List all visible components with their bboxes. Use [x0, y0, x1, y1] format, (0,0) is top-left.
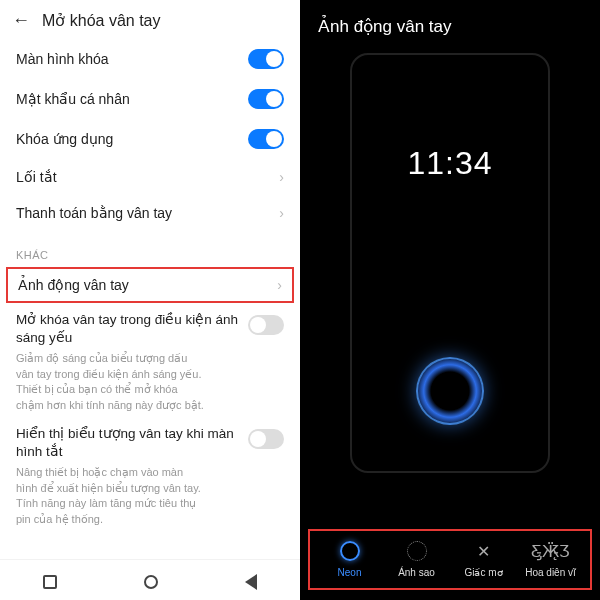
row-app-lock[interactable]: Khóa ứng dụng [0, 119, 300, 159]
effect-label: Giấc mơ [464, 567, 502, 578]
row-fingerprint-animation[interactable]: Ảnh động vân tay › [6, 267, 294, 303]
chevron-right-icon: › [277, 277, 282, 293]
effect-label: Neon [338, 567, 362, 578]
row-shortcut[interactable]: Lối tắt › [0, 159, 300, 195]
effect-label: Ánh sao [398, 567, 435, 578]
chevron-right-icon: › [279, 169, 284, 185]
row-label: Thanh toán bằng vân tay [16, 205, 172, 221]
nav-home-icon[interactable] [144, 575, 158, 589]
block-title: Mở khóa vân tay trong điều kiện ánh sáng… [16, 311, 248, 347]
effect-neon[interactable]: Neon [316, 539, 383, 578]
row-label: Lối tắt [16, 169, 57, 185]
row-personal-password[interactable]: Mật khẩu cá nhân [0, 79, 300, 119]
animation-panel: Ảnh động vân tay 11:34 Neon Ánh sao ✕ Gi… [300, 0, 600, 600]
row-label: Ảnh động vân tay [18, 277, 129, 293]
block-show-icon: Hiển thị biểu tượng vân tay khi màn hình… [0, 417, 300, 531]
toggle-personal-password[interactable] [248, 89, 284, 109]
neon-icon [338, 539, 362, 563]
page-title: Ảnh động vân tay [318, 16, 582, 37]
toggle-show-icon[interactable] [248, 429, 284, 449]
nav-recents-icon[interactable] [43, 575, 57, 589]
back-icon[interactable]: ← [12, 10, 30, 31]
row-label: Màn hình khóa [16, 51, 109, 67]
header: Ảnh động vân tay [300, 0, 600, 43]
fingerprint-ring-icon [416, 357, 484, 425]
toggle-lock-screen[interactable] [248, 49, 284, 69]
dream-icon: ✕ [472, 539, 496, 563]
row-label: Mật khẩu cá nhân [16, 91, 130, 107]
page-title: Mở khóa vân tay [42, 11, 161, 30]
block-desc: Giảm độ sáng của biểu tượng dấu vân tay … [16, 351, 248, 413]
effect-bar: Neon Ánh sao ✕ Giấc mơ Ƹ̵̡Ӝ̵̨̄Ʒ Hoa diên… [308, 529, 592, 590]
phone-preview: 11:34 [300, 43, 600, 521]
butterfly-icon: Ƹ̵̡Ӝ̵̨̄Ʒ [539, 539, 563, 563]
android-navbar [0, 559, 300, 600]
effect-iris[interactable]: Ƹ̵̡Ӝ̵̨̄Ʒ Hoa diên vĩ [517, 539, 584, 578]
row-label: Khóa ứng dụng [16, 131, 113, 147]
clock-text: 11:34 [407, 145, 492, 182]
nav-back-icon[interactable] [245, 574, 257, 590]
section-label-other: KHÁC [0, 231, 300, 267]
block-low-light: Mở khóa vân tay trong điều kiện ánh sáng… [0, 303, 300, 417]
effect-label: Hoa diên vĩ [525, 567, 576, 578]
toggle-low-light[interactable] [248, 315, 284, 335]
effect-starlight[interactable]: Ánh sao [383, 539, 450, 578]
row-fingerprint-payment[interactable]: Thanh toán bằng vân tay › [0, 195, 300, 231]
settings-panel: ← Mở khóa vân tay Màn hình khóa Mật khẩu… [0, 0, 300, 600]
row-lock-screen[interactable]: Màn hình khóa [0, 39, 300, 79]
toggle-app-lock[interactable] [248, 129, 284, 149]
block-desc: Nâng thiết bị hoặc chạm vào màn hình để … [16, 465, 248, 527]
phone-frame: 11:34 [350, 53, 550, 473]
starlight-icon [405, 539, 429, 563]
header: ← Mở khóa vân tay [0, 0, 300, 39]
block-title: Hiển thị biểu tượng vân tay khi màn hình… [16, 425, 248, 461]
chevron-right-icon: › [279, 205, 284, 221]
effect-dream[interactable]: ✕ Giấc mơ [450, 539, 517, 578]
